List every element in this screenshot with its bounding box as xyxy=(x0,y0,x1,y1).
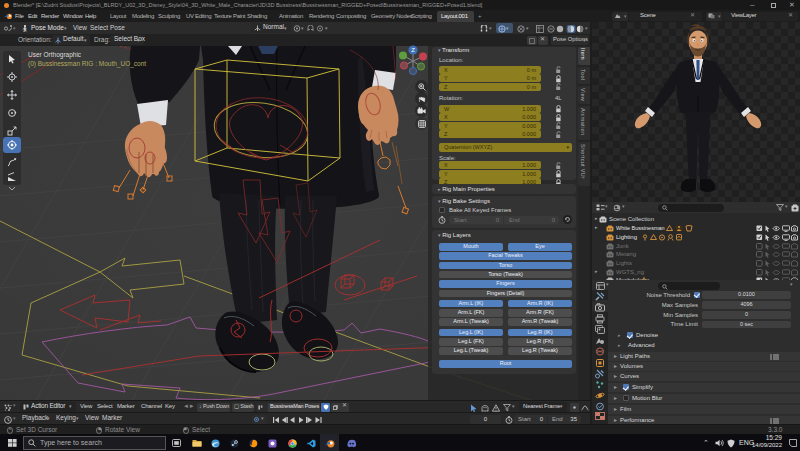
svg-text:Z: Z xyxy=(411,47,415,53)
